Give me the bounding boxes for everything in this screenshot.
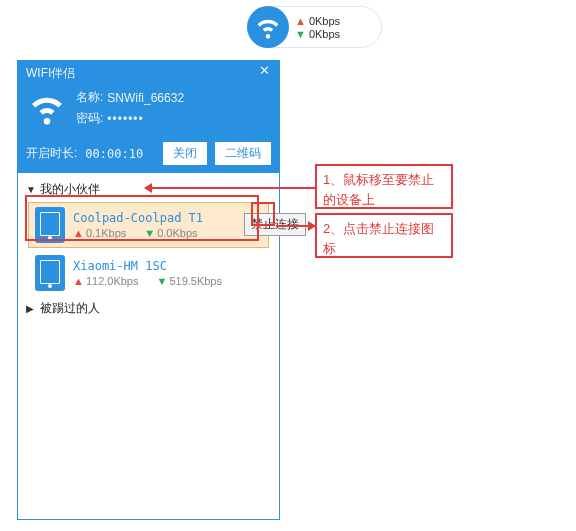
name-value: SNWifi_66632 xyxy=(107,91,184,105)
name-label: 名称: xyxy=(76,89,103,106)
device-name: Coolpad-Coolpad T1 xyxy=(73,211,262,225)
arrow-up-icon: ▲ xyxy=(295,15,306,27)
pill-up: 0Kbps xyxy=(309,15,340,27)
annotation-step2: 2、点击禁止连接图标 xyxy=(315,213,453,258)
device-row[interactable]: Xiaomi-HM 1SC ▲112.0Kbps ▼519.5Kbps xyxy=(28,250,269,296)
uptime-label: 开启时长: xyxy=(26,145,77,162)
annotation-arrow-2 xyxy=(276,225,315,227)
pill-down: 0Kbps xyxy=(309,28,340,40)
arrow-up-icon: ▲ xyxy=(73,275,84,287)
pwd-label: 密码: xyxy=(76,110,103,127)
section-partners-label: 我的小伙伴 xyxy=(40,181,100,198)
pill-stats: ▲0Kbps ▼0Kbps xyxy=(295,15,340,40)
pwd-value: ••••••• xyxy=(107,112,143,126)
device-up: 0.1Kbps xyxy=(86,227,126,239)
wifi-panel: WIFI伴侣 ✕ 名称:SNWifi_66632 密码:••••••• 开启时长… xyxy=(17,60,280,520)
wifi-icon xyxy=(247,6,289,48)
phone-icon xyxy=(35,207,65,243)
chevron-down-icon: ▼ xyxy=(26,184,36,195)
annotation-step1: 1、鼠标移至要禁止的设备上 xyxy=(315,164,453,209)
close-button[interactable]: 关闭 xyxy=(163,142,207,165)
qrcode-button[interactable]: 二维码 xyxy=(215,142,271,165)
device-up: 112.0Kbps xyxy=(86,275,139,287)
device-row[interactable]: Coolpad-Coolpad T1 ▲0.1Kbps ▼0.0Kbps xyxy=(28,202,269,248)
chevron-right-icon: ▶ xyxy=(26,303,36,314)
arrow-down-icon: ▼ xyxy=(157,275,168,287)
arrow-down-icon: ▼ xyxy=(144,227,155,239)
section-blocked[interactable]: ▶ 被踢过的人 xyxy=(22,298,275,319)
phone-icon xyxy=(35,255,65,291)
annotation-step2-text: 2、点击禁止连接图标 xyxy=(317,215,451,262)
device-name: Xiaomi-HM 1SC xyxy=(73,259,262,273)
arrow-down-icon: ▼ xyxy=(295,28,306,40)
panel-body: ▼ 我的小伙伴 Coolpad-Coolpad T1 ▲0.1Kbps ▼0.0… xyxy=(18,173,279,325)
panel-title: WIFI伴侣 xyxy=(26,65,75,82)
arrow-up-icon: ▲ xyxy=(73,227,84,239)
annotation-arrow-1 xyxy=(145,187,315,189)
section-blocked-label: 被踢过的人 xyxy=(40,300,100,317)
uptime-value: 00:00:10 xyxy=(85,147,143,161)
status-pill: ▲0Kbps ▼0Kbps xyxy=(247,6,382,48)
device-down: 0.0Kbps xyxy=(157,227,197,239)
annotation-step1-text: 1、鼠标移至要禁止的设备上 xyxy=(317,166,451,213)
panel-header: WIFI伴侣 ✕ 名称:SNWifi_66632 密码:••••••• 开启时长… xyxy=(18,61,279,173)
close-icon[interactable]: ✕ xyxy=(257,65,271,79)
device-down: 519.5Kbps xyxy=(169,275,222,287)
wifi-icon xyxy=(26,87,68,129)
